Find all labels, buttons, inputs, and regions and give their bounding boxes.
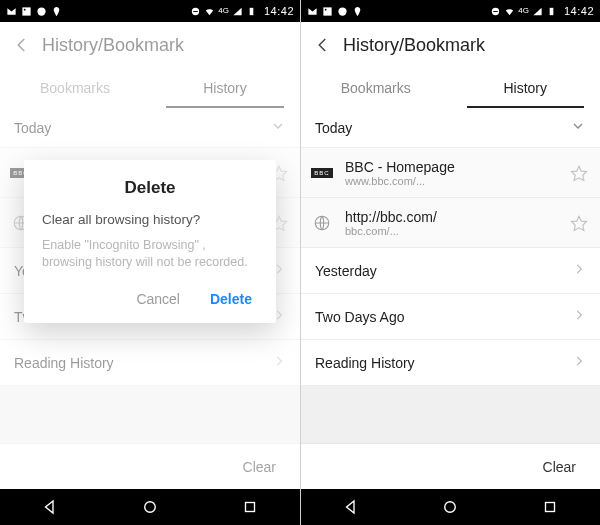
gmail-icon <box>307 6 318 17</box>
clear-button[interactable]: Clear <box>301 443 600 489</box>
svg-rect-12 <box>323 7 331 15</box>
item-title: http://bbc.com/ <box>345 209 568 225</box>
nav-home-button[interactable] <box>430 495 470 519</box>
history-item[interactable]: http://bbc.com/ bbc.com/... <box>301 198 600 248</box>
bookmark-star-icon[interactable] <box>568 164 590 182</box>
dialog-title: Delete <box>42 178 258 198</box>
svg-rect-4 <box>194 11 199 12</box>
back-button[interactable] <box>311 33 335 57</box>
status-bar: 4G 14:42 <box>301 0 600 22</box>
dnd-icon <box>490 6 501 17</box>
battery-icon <box>246 6 257 17</box>
svg-point-2 <box>37 7 45 15</box>
android-navbar <box>301 489 600 525</box>
status-bar: 4G 14:42 <box>0 0 300 22</box>
whatsapp-icon <box>36 6 47 17</box>
chevron-right-icon <box>572 262 586 279</box>
tab-bookmarks[interactable]: Bookmarks <box>301 68 451 108</box>
nav-home-button[interactable] <box>130 495 170 519</box>
wifi-icon <box>204 6 215 17</box>
history-item[interactable]: BBC BBC - Homepage www.bbc.com/... <box>301 148 600 198</box>
nav-yesterday[interactable]: Yesterday <box>301 248 600 294</box>
svg-point-13 <box>325 8 327 10</box>
right-phone: 4G 14:42 History/Bookmark Bookmarks Hist… <box>300 0 600 525</box>
picture-icon <box>21 6 32 17</box>
nav-two-days-ago[interactable]: Two Days Ago <box>301 294 600 340</box>
favicon-bbc: BBC <box>311 162 333 184</box>
left-phone: 4G 14:42 History/Bookmark Bookmarks Hist… <box>0 0 300 525</box>
battery-icon <box>546 6 557 17</box>
tabs: Bookmarks History <box>301 68 600 108</box>
svg-point-10 <box>145 502 156 513</box>
chevron-right-icon <box>572 308 586 325</box>
svg-marker-9 <box>46 501 54 513</box>
gmail-icon <box>6 6 17 17</box>
nav-recents-button[interactable] <box>530 495 570 519</box>
clock: 14:42 <box>564 5 594 17</box>
dialog-delete-button[interactable]: Delete <box>208 285 254 313</box>
svg-marker-21 <box>346 501 354 513</box>
nav-label: Two Days Ago <box>315 309 405 325</box>
item-subtitle: www.bbc.com/... <box>345 175 568 187</box>
svg-point-14 <box>338 7 346 15</box>
dialog-hint: Enable "Incognito Browsing" , browsing h… <box>42 237 258 271</box>
clock: 14:42 <box>264 5 294 17</box>
section-label: Today <box>315 120 352 136</box>
location-icon <box>352 6 363 17</box>
app-toolbar: History/Bookmark <box>301 22 600 68</box>
tab-history[interactable]: History <box>451 68 601 108</box>
item-title: BBC - Homepage <box>345 159 568 175</box>
page-title: History/Bookmark <box>343 35 485 56</box>
empty-area <box>301 386 600 443</box>
chevron-right-icon <box>572 354 586 371</box>
signal-icon <box>532 6 543 17</box>
network-label: 4G <box>518 7 529 15</box>
location-icon <box>51 6 62 17</box>
nav-label: Yesterday <box>315 263 377 279</box>
svg-rect-11 <box>246 503 255 512</box>
whatsapp-icon <box>337 6 348 17</box>
network-label: 4G <box>218 7 229 15</box>
chevron-down-icon <box>570 118 586 137</box>
nav-label: Reading History <box>315 355 415 371</box>
wifi-icon <box>504 6 515 17</box>
svg-point-22 <box>445 502 456 513</box>
delete-dialog: Delete Clear all browsing history? Enabl… <box>24 160 276 323</box>
svg-rect-23 <box>546 503 555 512</box>
nav-back-button[interactable] <box>30 495 70 519</box>
clear-label: Clear <box>543 459 576 475</box>
android-navbar <box>0 489 300 525</box>
signal-icon <box>232 6 243 17</box>
nav-recents-button[interactable] <box>230 495 270 519</box>
nav-reading-history[interactable]: Reading History <box>301 340 600 386</box>
nav-back-button[interactable] <box>331 495 371 519</box>
svg-rect-5 <box>250 7 254 14</box>
svg-marker-20 <box>572 216 587 230</box>
globe-icon <box>311 212 333 234</box>
picture-icon <box>322 6 333 17</box>
svg-rect-16 <box>494 11 499 12</box>
dialog-message: Clear all browsing history? <box>42 212 258 227</box>
svg-point-1 <box>24 8 26 10</box>
dialog-cancel-button[interactable]: Cancel <box>134 285 182 313</box>
bookmark-star-icon[interactable] <box>568 214 590 232</box>
section-today[interactable]: Today <box>301 108 600 148</box>
svg-marker-18 <box>572 166 587 180</box>
dnd-icon <box>190 6 201 17</box>
svg-rect-17 <box>550 7 554 14</box>
item-subtitle: bbc.com/... <box>345 225 568 237</box>
svg-rect-0 <box>22 7 30 15</box>
